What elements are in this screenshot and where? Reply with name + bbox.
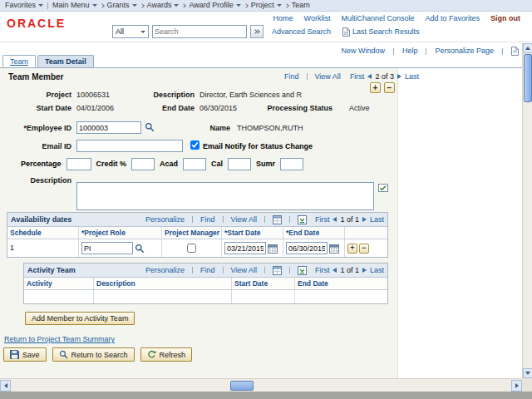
save-button[interactable]: Save — [3, 347, 47, 362]
tab-team[interactable]: Team — [2, 55, 36, 68]
scroll-down-button[interactable] — [523, 368, 532, 378]
cal-input[interactable] — [228, 158, 251, 170]
tab-team-detail[interactable]: Team Detail — [37, 55, 94, 68]
spell-check-icon[interactable] — [378, 183, 388, 193]
end-date-label: End Date — [123, 104, 195, 113]
vertical-scrollbar[interactable] — [522, 43, 532, 378]
breadcrumb-item-favorites[interactable]: Favorites — [5, 1, 43, 10]
download-grid-icon[interactable] — [298, 266, 307, 275]
search-go-button[interactable] — [250, 25, 264, 38]
first-link[interactable]: First — [350, 72, 365, 81]
breadcrumb-item-main-menu[interactable]: Main Menu — [52, 1, 97, 10]
sumr-label: Sumr — [256, 160, 275, 169]
breadcrumb-label: Main Menu — [52, 1, 90, 10]
delete-row-button[interactable]: − — [384, 82, 395, 93]
first-link[interactable]: First — [315, 266, 330, 275]
acad-input[interactable] — [183, 158, 206, 170]
vertical-scroll-thumb[interactable] — [524, 54, 532, 102]
activity-team-tool bar: Activity Team Personalize Find View All … — [24, 264, 387, 278]
start-date-calendar-icon[interactable] — [268, 244, 278, 254]
personalize-link[interactable]: Personalize — [145, 266, 185, 275]
credit-input[interactable] — [131, 158, 155, 170]
sumr-input[interactable] — [280, 158, 303, 170]
add-row-button[interactable]: + — [370, 82, 381, 93]
add-member-to-activity-team-button[interactable]: Add Member to Activity Team — [25, 312, 135, 325]
employee-id-lookup-icon[interactable] — [145, 122, 155, 132]
scroll-left-button[interactable] — [0, 380, 11, 392]
end-date-calendar-icon[interactable] — [329, 244, 339, 254]
employee-id-input[interactable] — [76, 121, 141, 134]
zoom-grid-icon[interactable] — [273, 215, 282, 224]
find-link[interactable]: Find — [200, 215, 215, 224]
project-label: Project — [0, 91, 71, 100]
toolbar-buttons: Save Return to Search Refresh — [3, 347, 192, 362]
breadcrumb-item-grants[interactable]: Grants — [107, 1, 137, 10]
separator — [192, 267, 193, 273]
search-scope-select[interactable]: All — [112, 25, 149, 38]
effort-row: Percentage Credit % Acad Cal Sumr — [21, 158, 303, 170]
zoom-grid-icon[interactable] — [273, 266, 282, 275]
header-divider — [0, 42, 532, 42]
download-grid-icon[interactable] — [298, 215, 307, 224]
project-role-lookup-icon[interactable] — [135, 244, 145, 254]
scroll-right-button[interactable] — [511, 380, 522, 392]
description-textarea[interactable] — [76, 182, 374, 210]
refresh-button[interactable]: Refresh — [140, 347, 193, 362]
return-to-search-button[interactable]: Return to Search — [52, 347, 135, 362]
end-date-input[interactable] — [286, 242, 328, 254]
horizontal-scrollbar[interactable] — [0, 378, 522, 392]
separator — [393, 48, 394, 55]
employee-id-label: *Employee ID — [0, 124, 71, 133]
view-all-link[interactable]: View All — [315, 72, 341, 81]
find-link[interactable]: Find — [284, 72, 299, 81]
previous-page-button[interactable] — [332, 268, 337, 273]
breadcrumb-separator-icon — [182, 3, 187, 8]
help-link[interactable]: Help — [402, 47, 418, 56]
project-role-input[interactable] — [81, 242, 133, 254]
next-row-button[interactable] — [397, 74, 401, 79]
last-link[interactable]: Last — [405, 72, 419, 81]
project-manager-checkbox[interactable] — [187, 244, 196, 253]
down-arrow-icon — [525, 372, 530, 375]
breadcrumb-item-awards[interactable]: Awards — [147, 1, 180, 10]
chevron-down-icon — [92, 4, 97, 7]
scroll-up-button[interactable] — [523, 43, 532, 53]
separator — [264, 216, 265, 223]
percentage-input[interactable] — [66, 158, 91, 170]
nav-multichannel-console[interactable]: MultiChannel Console — [341, 14, 414, 23]
find-link[interactable]: Find — [200, 266, 215, 275]
advanced-search-link[interactable]: Advanced Search — [272, 27, 331, 37]
next-page-button[interactable] — [362, 268, 367, 273]
next-page-button[interactable] — [362, 217, 367, 222]
first-link[interactable]: First — [315, 215, 330, 224]
nav-home[interactable]: Home — [273, 14, 293, 23]
breadcrumb-item-award-profile[interactable]: Award Profile — [189, 1, 240, 10]
search-input[interactable] — [152, 25, 247, 38]
start-date-input[interactable] — [224, 242, 266, 254]
return-to-project-team-summary-link[interactable]: Return to Project Team Summary — [4, 335, 115, 344]
breadcrumb-item-project[interactable]: Project — [251, 1, 282, 10]
copy-url-icon[interactable] — [511, 47, 519, 56]
add-row-button[interactable]: + — [347, 244, 357, 254]
personalize-link[interactable]: Personalize — [145, 215, 185, 224]
last-link[interactable]: Last — [370, 266, 384, 275]
horizontal-scroll-thumb[interactable] — [230, 381, 254, 391]
nav-worklist[interactable]: Worklist — [304, 14, 331, 23]
record-position: 1 of 1 — [340, 266, 359, 275]
nav-add-to-favorites[interactable]: Add to Favorites — [425, 14, 480, 23]
personalize-page-link[interactable]: Personalize Page — [435, 47, 494, 56]
column-header-start-date: *Start Date — [222, 227, 283, 239]
email-id-input[interactable] — [76, 140, 183, 152]
row-actions-cell: + − — [345, 239, 383, 257]
last-search-results[interactable]: Last Search Results — [342, 27, 420, 37]
processing-status-label: Processing Status — [249, 104, 332, 113]
previous-row-button[interactable] — [367, 74, 372, 79]
new-window-link[interactable]: New Window — [341, 47, 385, 56]
nav-sign-out[interactable]: Sign out — [490, 14, 520, 23]
email-notify-checkbox[interactable] — [190, 140, 200, 150]
view-all-link[interactable]: View All — [231, 266, 257, 275]
view-all-link[interactable]: View All — [231, 215, 257, 224]
previous-page-button[interactable] — [332, 217, 337, 222]
last-link[interactable]: Last — [370, 215, 384, 224]
delete-row-button[interactable]: − — [359, 244, 369, 254]
